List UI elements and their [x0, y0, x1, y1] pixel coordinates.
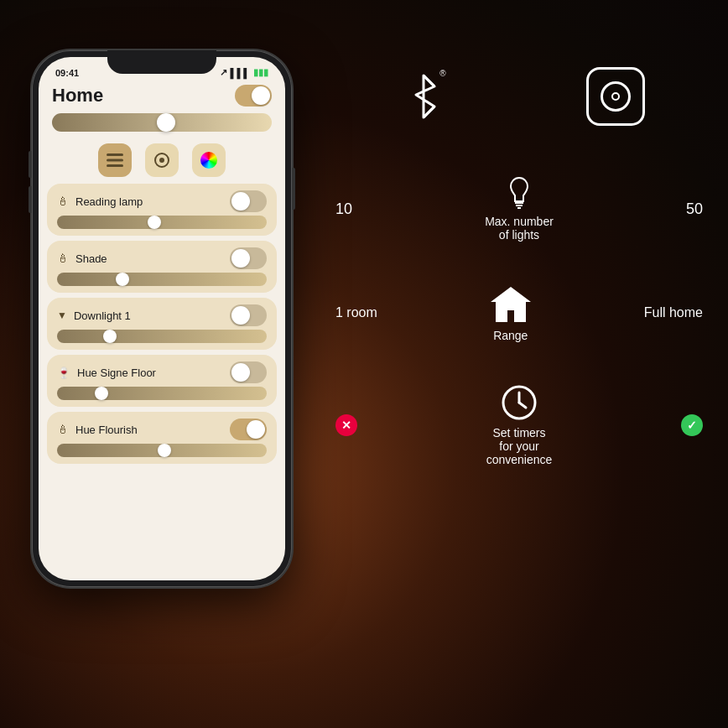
clock-icon [501, 384, 538, 421]
home-range-icon [489, 283, 533, 324]
home-title: Home [52, 85, 103, 107]
light-thumb-3 [95, 387, 108, 400]
timers-row: ✕ Set timersfor yourconvenience ✓ [327, 384, 711, 466]
phone-notch [107, 50, 216, 74]
range-row: 1 room Range Full home [327, 283, 711, 342]
list-item: 🍷 Hue Signe Floor [47, 355, 277, 407]
light-thumb-4 [158, 444, 171, 457]
light-toggle-0[interactable] [230, 190, 267, 212]
brightness-slider[interactable] [52, 113, 272, 132]
light-name: Hue Signe Floor [77, 367, 156, 379]
light-name: Reading lamp [75, 195, 143, 208]
light-slider-2[interactable] [57, 330, 267, 343]
connectivity-row: ® [327, 67, 711, 126]
bluetooth-block: ® [394, 67, 453, 126]
light-toggle-2[interactable] [230, 304, 267, 326]
power-button[interactable] [292, 168, 295, 210]
phone-body: 09:41 ↗ ▌▌▌ ▮▮▮ Home [32, 50, 292, 587]
light-toggle-1[interactable] [230, 247, 267, 269]
volume-up-button[interactable] [29, 151, 32, 178]
light-toggle-4[interactable] [230, 419, 267, 440]
light-slider-3[interactable] [57, 387, 267, 400]
list-item: 🕯 Shade [47, 241, 277, 293]
phone-screen: 09:41 ↗ ▌▌▌ ▮▮▮ Home [39, 57, 285, 580]
location-icon: ↗ [220, 67, 227, 78]
light-slider-1[interactable] [57, 273, 267, 286]
svg-point-4 [159, 158, 164, 163]
home-toggle[interactable] [235, 85, 272, 107]
bridge-icon [586, 67, 645, 126]
brightness-thumb [157, 113, 175, 132]
max-lights-label: Max. numberof lights [485, 215, 554, 242]
timers-label: Set timersfor yourconvenience [486, 426, 553, 466]
light-name: Shade [75, 252, 107, 265]
check-badge: ✓ [681, 414, 703, 436]
light-name: Downlight 1 [74, 309, 131, 322]
registered-mark: ® [439, 69, 445, 78]
list-item: ▼ Downlight 1 [47, 298, 277, 350]
x-badge: ✕ [335, 414, 357, 436]
tab-color[interactable] [192, 143, 226, 177]
volume-down-button[interactable] [29, 186, 32, 213]
max-lights-center: Max. numberof lights [485, 176, 554, 242]
svg-marker-8 [491, 287, 531, 322]
bluetooth-icon [403, 71, 445, 122]
tab-list[interactable] [98, 143, 132, 177]
light-icon: 🕯 [57, 195, 69, 208]
battery-icon: ▮▮▮ [253, 67, 268, 78]
range-label: Range [493, 329, 528, 342]
light-icon: 🕯 [57, 252, 69, 265]
home-header: Home [39, 81, 285, 113]
range-left-value: 1 room [335, 305, 377, 320]
tab-settings[interactable] [145, 143, 179, 177]
phone-mockup: 09:41 ↗ ▌▌▌ ▮▮▮ Home [32, 50, 300, 679]
light-icon: ▼ [57, 309, 67, 321]
max-lights-value: 50 [686, 200, 703, 218]
signal-icon: ▌▌▌ [231, 68, 250, 78]
svg-rect-2 [107, 164, 123, 167]
range-center: Range [489, 283, 533, 342]
svg-rect-0 [107, 153, 123, 156]
light-thumb-1 [116, 273, 129, 286]
light-icon: 🕯 [57, 423, 69, 436]
list-item: 🕯 Hue Flourish [47, 412, 277, 464]
light-slider-4[interactable] [57, 444, 267, 457]
light-thumb-2 [103, 330, 117, 343]
light-thumb-0 [148, 216, 161, 229]
status-time: 09:41 [55, 68, 79, 78]
range-right-value: Full home [644, 305, 703, 320]
list-item: 🕯 Reading lamp [47, 184, 277, 236]
light-toggle-3[interactable] [230, 361, 267, 383]
bridge-block [586, 67, 645, 126]
light-icon: 🍷 [57, 367, 70, 379]
info-panel: ® 10 Max. numberof lights 50 [327, 67, 711, 508]
timers-center: Set timersfor yourconvenience [486, 384, 553, 466]
tab-row [39, 138, 285, 184]
svg-rect-1 [107, 159, 123, 162]
status-right: ↗ ▌▌▌ ▮▮▮ [220, 67, 268, 78]
svg-line-11 [519, 403, 526, 408]
min-lights-value: 10 [335, 200, 352, 218]
bulb-icon [507, 176, 531, 210]
light-slider-0[interactable] [57, 216, 267, 229]
max-lights-row: 10 Max. numberof lights 50 [327, 176, 711, 242]
light-name: Hue Flourish [75, 424, 138, 436]
